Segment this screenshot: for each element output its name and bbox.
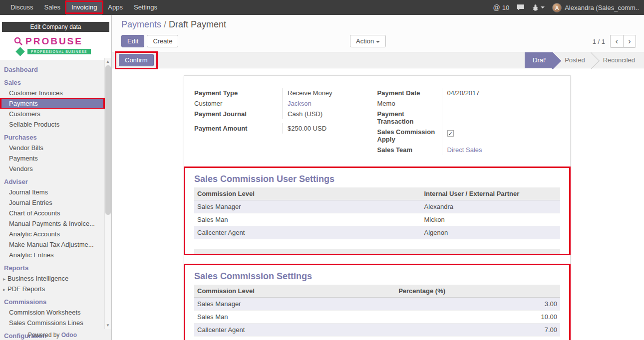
nav-apps[interactable]: Apps	[102, 0, 128, 15]
sidebar-item-manual-payments[interactable]: Manual Payments & Invoice...	[0, 218, 105, 229]
scroll-down-icon[interactable]: ▼	[106, 322, 110, 329]
logo-cube-icon	[15, 47, 24, 56]
sidebar-section-purchases[interactable]: Purchases	[0, 132, 105, 143]
field-label-payment-journal: Payment Journal	[194, 109, 283, 119]
field-sales-team[interactable]: Direct Sales	[442, 145, 482, 155]
field-label-payment-amount: Payment Amount	[194, 123, 283, 134]
scroll-up-icon[interactable]: ▲	[106, 58, 110, 65]
nav-invoicing[interactable]: Invoicing	[66, 0, 102, 15]
messages-icon[interactable]	[517, 4, 525, 11]
sidebar-item-sales-commissions-lines[interactable]: Sales Commissions Lines	[0, 318, 105, 328]
create-button[interactable]: Create	[147, 35, 178, 47]
sidebar-item-customer-invoices[interactable]: Customer Invoices	[0, 88, 105, 98]
sidebar-menu: Dashboard Sales Customer Invoices Paymen…	[0, 60, 105, 340]
cell-commission-level[interactable]: Callcenter Agent	[194, 226, 421, 239]
sidebar-item-payments-purchases[interactable]: Payments	[0, 153, 105, 164]
debug-menu-icon[interactable]	[532, 4, 545, 11]
cell-commission-level[interactable]: Sales Manager	[194, 298, 395, 311]
company-logo[interactable]: PROBUSE PROFESSIONAL BUSINESS	[1, 32, 110, 58]
statusbar-states: Draft Posted Reconciled	[525, 52, 644, 68]
control-panel-buttons: Edit Create	[121, 35, 178, 47]
column-header-percentage[interactable]: Percentage (%)	[395, 285, 560, 298]
user-menu[interactable]: A Alexandra (Sales_comm..	[552, 3, 639, 12]
powered-by: Powered by Odoo	[0, 331, 105, 340]
pager-next-button[interactable]: ›	[623, 35, 636, 48]
sidebar-item-journal-entries[interactable]: Journal Entries	[0, 197, 105, 208]
breadcrumb-payments[interactable]: Payments	[121, 19, 161, 29]
sidebar-item-analytic-entries[interactable]: Analytic Entries	[0, 250, 105, 260]
field-label-memo: Memo	[377, 98, 442, 109]
status-draft[interactable]: Draft	[525, 52, 553, 68]
sidebar-item-make-manual-tax[interactable]: Make Manual Tax Adjustme...	[0, 239, 105, 250]
logo-title: PROBUSE	[25, 36, 83, 47]
column-header-internal-user[interactable]: Internal User / External Partner	[421, 187, 560, 200]
chat-bubble-icon	[517, 4, 525, 11]
sidebar-section-commissions[interactable]: Commissions	[0, 297, 105, 307]
cell-user[interactable]: Alexandra	[421, 200, 560, 213]
sidebar-item-business-intelligence[interactable]: ▸Business Intelligence	[0, 273, 105, 284]
column-header-commission-level[interactable]: Commission Level	[194, 187, 421, 200]
table-row[interactable]: Sales Man Mickon	[194, 213, 560, 226]
status-posted[interactable]: Posted	[553, 52, 591, 68]
cell-commission-level[interactable]: Callcenter Agent	[194, 324, 395, 337]
commission-settings-table: Commission Level Percentage (%) Sales Ma…	[194, 285, 560, 337]
cell-percentage[interactable]: 3.00	[395, 298, 560, 311]
sidebar-scrollbar[interactable]: ▲ ▼	[104, 58, 111, 329]
action-dropdown[interactable]: Action	[350, 35, 386, 47]
pager-previous-button[interactable]: ‹	[610, 35, 623, 48]
edit-button[interactable]: Edit	[121, 35, 144, 47]
section-commission-settings: Sales Commission Settings Commission Lev…	[184, 264, 571, 340]
sidebar-section-sales[interactable]: Sales	[0, 77, 105, 88]
field-payment-date[interactable]: 04/20/2017	[442, 88, 480, 98]
cell-percentage[interactable]: 10.00	[395, 311, 560, 324]
topbar-systray: @ 10 A Alexandra (Sales_comm..	[493, 0, 644, 15]
form-view: Payment Type Receive Money Customer Jack…	[112, 69, 644, 340]
nav-discuss[interactable]: Discuss	[5, 0, 39, 15]
sidebar-item-sellable-products[interactable]: Sellable Products	[0, 119, 105, 130]
field-payment-transaction[interactable]	[442, 109, 447, 112]
mention-counter[interactable]: @ 10	[493, 3, 509, 11]
table-row[interactable]: Sales Manager Alexandra	[194, 200, 560, 213]
sidebar-item-chart-of-accounts[interactable]: Chart of Accounts	[0, 208, 105, 218]
cell-percentage[interactable]: 7.00	[395, 324, 560, 337]
sidebar-item-vendors[interactable]: Vendors	[0, 164, 105, 174]
sidebar-item-payments-sales[interactable]: Payments	[0, 98, 105, 109]
sidebar-item-commission-worksheets[interactable]: Commission Worksheets	[0, 307, 105, 318]
cell-user[interactable]: Mickon	[421, 213, 560, 226]
sidebar-item-journal-items[interactable]: Journal Items	[0, 187, 105, 197]
sidebar-item-pdf-reports[interactable]: ▸PDF Reports	[0, 284, 105, 294]
sales-commission-apply-checkbox[interactable]: ✓	[447, 130, 454, 137]
table-row[interactable]: Callcenter Agent Algenon	[194, 226, 560, 239]
nav-sales[interactable]: Sales	[39, 0, 66, 15]
sidebar-item-customers[interactable]: Customers	[0, 109, 105, 119]
nav-settings[interactable]: Settings	[128, 0, 163, 15]
table-row[interactable]: Sales Man 10.00	[194, 311, 560, 324]
sidebar-item-dashboard[interactable]: Dashboard	[0, 64, 105, 75]
user-name: Alexandra (Sales_comm..	[565, 4, 639, 11]
table-row[interactable]: Callcenter Agent 7.00	[194, 324, 560, 337]
cell-user[interactable]: Algenon	[421, 226, 560, 239]
table-row[interactable]: Sales Manager 3.00	[194, 298, 560, 311]
field-memo[interactable]	[442, 98, 447, 101]
cell-commission-level[interactable]: Sales Manager	[194, 200, 421, 213]
column-header-commission-level[interactable]: Commission Level	[194, 285, 395, 298]
odoo-link[interactable]: Odoo	[61, 332, 77, 339]
sidebar-section-adviser[interactable]: Adviser	[0, 176, 105, 187]
edit-company-button[interactable]: Edit Company data	[2, 22, 109, 32]
sidebar-section-reports[interactable]: Reports	[0, 263, 105, 273]
logo-subtitle: PROFESSIONAL BUSINESS	[27, 49, 91, 54]
field-payment-type[interactable]: Receive Money	[283, 88, 332, 98]
cell-commission-level[interactable]: Sales Man	[194, 213, 421, 226]
avatar: A	[552, 3, 562, 12]
cell-commission-level[interactable]: Sales Man	[194, 311, 395, 324]
scrollbar-thumb[interactable]	[105, 65, 111, 215]
commission-settings-title: Sales Commission Settings	[194, 271, 560, 282]
status-reconciled[interactable]: Reconciled	[591, 52, 644, 68]
confirm-button[interactable]: Confirm	[119, 54, 154, 66]
sidebar-item-vendor-bills[interactable]: Vendor Bills	[0, 143, 105, 153]
field-customer[interactable]: Jackson	[283, 98, 312, 109]
field-payment-amount[interactable]: $250.00 USD	[283, 123, 326, 134]
sidebar-item-analytic-accounts[interactable]: Analytic Accounts	[0, 229, 105, 239]
field-payment-journal[interactable]: Cash (USD)	[283, 109, 322, 119]
action-label: Action	[356, 37, 374, 45]
